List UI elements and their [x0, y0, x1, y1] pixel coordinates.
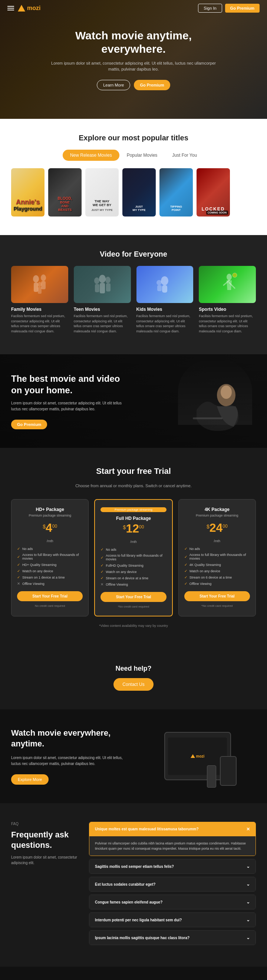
svg-point-0 [33, 275, 39, 283]
full-hd-trial-button[interactable]: Start Your Free Trial [101, 592, 166, 602]
premium-banner: The best movie and video on your home. L… [0, 354, 267, 448]
devices-visual: mozi [139, 732, 256, 780]
contact-us-button[interactable]: Contact Us [114, 678, 153, 691]
svg-point-12 [161, 276, 168, 285]
movies-grid: Annie's Playground BLOOD, BONE AND BEAST… [11, 168, 256, 220]
faq-question-2[interactable]: Sagittis mollis sed semper etiam tellus … [89, 859, 256, 873]
faq-title: Frequently ask questions. [11, 830, 78, 851]
pricing-card-full-hd: Premium package streaming Full HD Packag… [94, 499, 172, 616]
learn-more-button[interactable]: Learn More [97, 80, 130, 90]
hero-title: Watch movie anytime, everywhere. [48, 29, 219, 56]
banner-visual [174, 366, 256, 440]
kids-movies-title: Kids Movies [136, 307, 194, 312]
phone-mockup [220, 756, 237, 786]
4k-price: $ 24 00 [184, 522, 250, 534]
movie-poster-1: Annie's Playground [11, 168, 44, 216]
device-logo: mozi [191, 754, 205, 758]
check-icon: ✓ [17, 547, 20, 551]
hd-plus-features: ✓ No ads ✓ Access to full library with t… [17, 547, 83, 585]
check-icon: ✓ [17, 575, 20, 579]
faq-item-4: Congue fames sapien eleifend augue? ⌄ [89, 894, 256, 910]
svg-point-4 [38, 282, 41, 287]
faq-badge: FAQ [11, 822, 78, 826]
signin-button[interactable]: Sign In [198, 4, 222, 13]
family-movies-desc: Facilisis fermentum sed nisl pretium, co… [11, 314, 68, 334]
explore-more-button[interactable]: Explore More [11, 774, 49, 785]
movie-card-3[interactable]: THE WAY WE GET BY JUST MY TYPE [85, 168, 118, 216]
movie-poster-2: BLOOD, BONE AND BEASTS [48, 168, 82, 216]
movie-poster-6: LOCKED COMING SOON [196, 168, 230, 216]
person-watching-svg [174, 366, 256, 440]
help-section: Need help? Contact Us [0, 657, 267, 709]
feature-item: ✓ Access to full library with thousands … [184, 553, 250, 560]
movie-card-4[interactable]: JUST MY TYPE [122, 168, 156, 216]
svg-point-16 [227, 274, 232, 280]
hero-subtitle: Lorem ipsum dolor sit amet, consectetur … [48, 60, 219, 72]
full-hd-features: ✓ No ads ✓ Access to full library with t… [101, 547, 166, 586]
featured-badge: Premium package streaming [101, 507, 166, 512]
family-illustration [28, 270, 51, 299]
4k-amount: 24 [210, 522, 223, 534]
chevron-down-icon: ⌄ [246, 864, 250, 869]
4k-trial-button[interactable]: Start Your Free Trial [184, 591, 250, 601]
check-icon: ✓ [184, 575, 187, 579]
logo-triangle-icon [18, 5, 25, 11]
movie-card-2[interactable]: BLOOD, BONE AND BEASTS [48, 168, 82, 216]
movie-card-1[interactable]: Annie's Playground [11, 168, 44, 216]
faq-question-6[interactable]: Ipsum lacinia mollis sagittis quisque ha… [89, 931, 256, 945]
faq-question-text-3: Est luctus sodales curabitur eget? [95, 882, 155, 886]
faq-question-text-4: Congue fames sapien eleifend augue? [95, 900, 163, 904]
kids-movies-desc: Facilisis fermentum sed nisl pretium, co… [136, 314, 194, 334]
movie-card-5[interactable]: TIPPING POINT [160, 168, 193, 216]
hero-go-premium-button[interactable]: Go Premium [134, 80, 170, 90]
feature-item: ✓ Offline Viewing [184, 582, 250, 585]
navbar: mozi Sign In Go Premium [0, 0, 267, 16]
premium-desc: Lorem ipsum dolor sit amet, consectetur … [11, 400, 122, 412]
content-availability-note: *Video content availability may vary by … [11, 624, 256, 628]
hamburger-menu-icon[interactable] [8, 6, 14, 10]
devices-section: Watch movie everywhere, anytime. Lorem i… [0, 709, 267, 803]
coming-soon-badge: COMING SOON [206, 210, 228, 215]
trial-title: Start your free Trial [11, 466, 256, 476]
sports-video-title: Sports Video [199, 307, 256, 312]
faq-item-2: Sagittis mollis sed semper etiam tellus … [89, 859, 256, 874]
device-logo-text: mozi [196, 754, 205, 758]
full-hd-period: /mth [101, 540, 166, 544]
video-card-family: Family Movies Facilisis fermentum sed ni… [11, 266, 68, 334]
faq-question-4[interactable]: Congue fames sapien eleifend augue? ⌄ [89, 895, 256, 909]
check-icon: ✓ [184, 569, 187, 573]
svg-point-6 [99, 275, 106, 283]
hero-buttons: Learn More Go Premium [48, 80, 219, 90]
tab-new-release[interactable]: New Release Movies [63, 150, 119, 161]
x-icon: ✕ [101, 582, 103, 586]
feature-item: ✓ No ads [184, 547, 250, 551]
chevron-down-icon: ⌄ [246, 899, 250, 905]
check-icon: ✓ [101, 576, 103, 580]
tab-just-for-you[interactable]: Just For You [165, 150, 204, 161]
premium-cta-button[interactable]: Go Premium [11, 420, 47, 429]
faq-question-5[interactable]: Interdum potenti per nec ligula habitant… [89, 913, 256, 927]
tab-popular[interactable]: Popular Movies [119, 150, 165, 161]
check-icon: ✓ [101, 555, 103, 560]
hd-plus-trial-button[interactable]: Start Your Free Trial [17, 591, 83, 601]
feature-item: ✓ No ads [17, 547, 83, 551]
4k-title: 4K Package [184, 507, 250, 512]
feature-item: ✓ FullHD Quality Streaming [101, 563, 166, 568]
svg-rect-1 [34, 283, 38, 292]
explore-section: Explore our most popular titles New Rele… [0, 119, 267, 235]
svg-point-8 [94, 277, 100, 284]
device-logo-triangle [191, 754, 195, 758]
hero-content: Watch movie anytime, everywhere. Lorem i… [41, 22, 226, 98]
movie-card-6[interactable]: LOCKED COMING SOON [196, 168, 230, 216]
movie-poster-4: JUST MY TYPE [122, 168, 156, 216]
svg-rect-5 [38, 287, 41, 294]
hd-plus-title: HD+ Package [17, 507, 83, 512]
faq-question-1[interactable]: Unique moltes est quam malesuad litissam… [89, 822, 256, 836]
hero-section: Watch movie anytime, everywhere. Lorem i… [0, 0, 267, 119]
feature-item: ✓ Stream on 1 device at a time [17, 575, 83, 579]
video-card-teen: Teen Movies Facilisis fermentum sed nisl… [74, 266, 131, 334]
hd-plus-price: $ 4 00 [17, 522, 83, 534]
faq-left: FAQ Frequently ask questions. Lorem ipsu… [11, 822, 78, 948]
go-premium-button[interactable]: Go Premium [225, 4, 259, 13]
faq-question-3[interactable]: Est luctus sodales curabitur eget? ⌄ [89, 877, 256, 891]
